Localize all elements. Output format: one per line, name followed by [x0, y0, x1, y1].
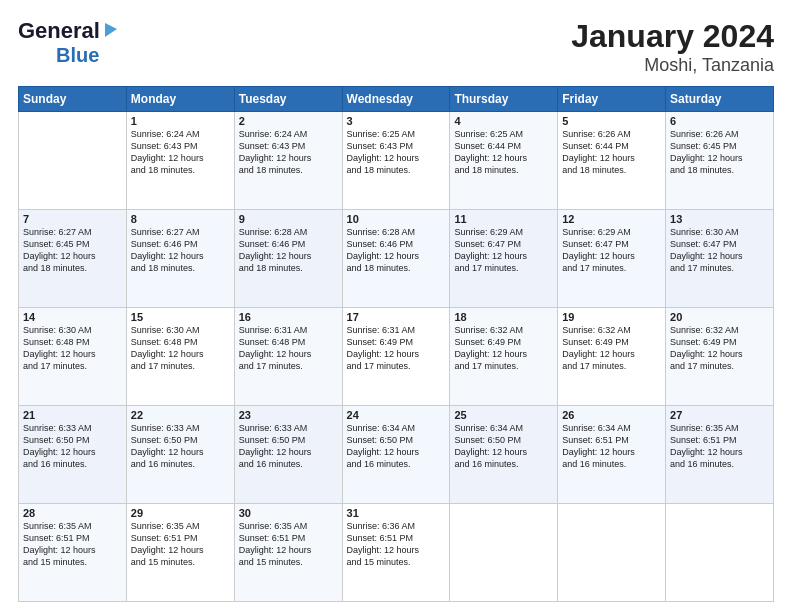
day-number: 16	[239, 311, 338, 323]
table-row: 25Sunrise: 6:34 AM Sunset: 6:50 PM Dayli…	[450, 406, 558, 504]
table-row	[666, 504, 774, 602]
day-info: Sunrise: 6:35 AM Sunset: 6:51 PM Dayligh…	[239, 520, 338, 569]
calendar-header-row: Sunday Monday Tuesday Wednesday Thursday…	[19, 87, 774, 112]
day-info: Sunrise: 6:33 AM Sunset: 6:50 PM Dayligh…	[131, 422, 230, 471]
table-row: 7Sunrise: 6:27 AM Sunset: 6:45 PM Daylig…	[19, 210, 127, 308]
day-info: Sunrise: 6:25 AM Sunset: 6:44 PM Dayligh…	[454, 128, 553, 177]
calendar-week-row: 7Sunrise: 6:27 AM Sunset: 6:45 PM Daylig…	[19, 210, 774, 308]
table-row: 19Sunrise: 6:32 AM Sunset: 6:49 PM Dayli…	[558, 308, 666, 406]
calendar-week-row: 1Sunrise: 6:24 AM Sunset: 6:43 PM Daylig…	[19, 112, 774, 210]
day-number: 31	[347, 507, 446, 519]
col-thursday: Thursday	[450, 87, 558, 112]
day-number: 27	[670, 409, 769, 421]
day-number: 17	[347, 311, 446, 323]
day-number: 8	[131, 213, 230, 225]
day-info: Sunrise: 6:36 AM Sunset: 6:51 PM Dayligh…	[347, 520, 446, 569]
table-row	[450, 504, 558, 602]
day-info: Sunrise: 6:24 AM Sunset: 6:43 PM Dayligh…	[239, 128, 338, 177]
day-number: 11	[454, 213, 553, 225]
table-row: 30Sunrise: 6:35 AM Sunset: 6:51 PM Dayli…	[234, 504, 342, 602]
day-info: Sunrise: 6:30 AM Sunset: 6:48 PM Dayligh…	[131, 324, 230, 373]
table-row: 8Sunrise: 6:27 AM Sunset: 6:46 PM Daylig…	[126, 210, 234, 308]
day-number: 6	[670, 115, 769, 127]
table-row: 5Sunrise: 6:26 AM Sunset: 6:44 PM Daylig…	[558, 112, 666, 210]
day-number: 19	[562, 311, 661, 323]
col-sunday: Sunday	[19, 87, 127, 112]
day-number: 5	[562, 115, 661, 127]
logo: General Blue	[18, 18, 121, 67]
table-row: 4Sunrise: 6:25 AM Sunset: 6:44 PM Daylig…	[450, 112, 558, 210]
table-row: 22Sunrise: 6:33 AM Sunset: 6:50 PM Dayli…	[126, 406, 234, 504]
col-monday: Monday	[126, 87, 234, 112]
calendar-week-row: 21Sunrise: 6:33 AM Sunset: 6:50 PM Dayli…	[19, 406, 774, 504]
table-row: 21Sunrise: 6:33 AM Sunset: 6:50 PM Dayli…	[19, 406, 127, 504]
calendar-table: Sunday Monday Tuesday Wednesday Thursday…	[18, 86, 774, 602]
table-row: 3Sunrise: 6:25 AM Sunset: 6:43 PM Daylig…	[342, 112, 450, 210]
title-block: January 2024 Moshi, Tanzania	[571, 18, 774, 76]
day-info: Sunrise: 6:32 AM Sunset: 6:49 PM Dayligh…	[454, 324, 553, 373]
day-number: 1	[131, 115, 230, 127]
day-info: Sunrise: 6:24 AM Sunset: 6:43 PM Dayligh…	[131, 128, 230, 177]
day-number: 15	[131, 311, 230, 323]
day-info: Sunrise: 6:35 AM Sunset: 6:51 PM Dayligh…	[23, 520, 122, 569]
table-row: 1Sunrise: 6:24 AM Sunset: 6:43 PM Daylig…	[126, 112, 234, 210]
table-row: 11Sunrise: 6:29 AM Sunset: 6:47 PM Dayli…	[450, 210, 558, 308]
col-tuesday: Tuesday	[234, 87, 342, 112]
table-row: 23Sunrise: 6:33 AM Sunset: 6:50 PM Dayli…	[234, 406, 342, 504]
day-info: Sunrise: 6:35 AM Sunset: 6:51 PM Dayligh…	[670, 422, 769, 471]
day-number: 10	[347, 213, 446, 225]
header: General Blue January 2024 Moshi, Tanzani…	[18, 18, 774, 76]
day-info: Sunrise: 6:28 AM Sunset: 6:46 PM Dayligh…	[239, 226, 338, 275]
calendar-week-row: 28Sunrise: 6:35 AM Sunset: 6:51 PM Dayli…	[19, 504, 774, 602]
table-row: 2Sunrise: 6:24 AM Sunset: 6:43 PM Daylig…	[234, 112, 342, 210]
table-row: 26Sunrise: 6:34 AM Sunset: 6:51 PM Dayli…	[558, 406, 666, 504]
table-row: 17Sunrise: 6:31 AM Sunset: 6:49 PM Dayli…	[342, 308, 450, 406]
table-row: 24Sunrise: 6:34 AM Sunset: 6:50 PM Dayli…	[342, 406, 450, 504]
day-info: Sunrise: 6:31 AM Sunset: 6:48 PM Dayligh…	[239, 324, 338, 373]
day-number: 9	[239, 213, 338, 225]
table-row: 12Sunrise: 6:29 AM Sunset: 6:47 PM Dayli…	[558, 210, 666, 308]
day-number: 3	[347, 115, 446, 127]
day-number: 12	[562, 213, 661, 225]
day-number: 13	[670, 213, 769, 225]
day-number: 14	[23, 311, 122, 323]
day-number: 7	[23, 213, 122, 225]
svg-marker-0	[105, 23, 117, 37]
col-saturday: Saturday	[666, 87, 774, 112]
day-info: Sunrise: 6:35 AM Sunset: 6:51 PM Dayligh…	[131, 520, 230, 569]
table-row	[19, 112, 127, 210]
table-row: 13Sunrise: 6:30 AM Sunset: 6:47 PM Dayli…	[666, 210, 774, 308]
col-friday: Friday	[558, 87, 666, 112]
page-subtitle: Moshi, Tanzania	[571, 55, 774, 76]
table-row: 28Sunrise: 6:35 AM Sunset: 6:51 PM Dayli…	[19, 504, 127, 602]
day-number: 28	[23, 507, 122, 519]
table-row: 15Sunrise: 6:30 AM Sunset: 6:48 PM Dayli…	[126, 308, 234, 406]
day-info: Sunrise: 6:26 AM Sunset: 6:45 PM Dayligh…	[670, 128, 769, 177]
day-number: 18	[454, 311, 553, 323]
day-number: 25	[454, 409, 553, 421]
day-info: Sunrise: 6:27 AM Sunset: 6:45 PM Dayligh…	[23, 226, 122, 275]
day-number: 20	[670, 311, 769, 323]
day-number: 30	[239, 507, 338, 519]
page: General Blue January 2024 Moshi, Tanzani…	[0, 0, 792, 612]
day-info: Sunrise: 6:30 AM Sunset: 6:47 PM Dayligh…	[670, 226, 769, 275]
day-number: 2	[239, 115, 338, 127]
day-number: 21	[23, 409, 122, 421]
table-row: 10Sunrise: 6:28 AM Sunset: 6:46 PM Dayli…	[342, 210, 450, 308]
day-info: Sunrise: 6:30 AM Sunset: 6:48 PM Dayligh…	[23, 324, 122, 373]
day-info: Sunrise: 6:26 AM Sunset: 6:44 PM Dayligh…	[562, 128, 661, 177]
logo-blue: Blue	[56, 44, 99, 67]
day-number: 4	[454, 115, 553, 127]
table-row: 29Sunrise: 6:35 AM Sunset: 6:51 PM Dayli…	[126, 504, 234, 602]
day-info: Sunrise: 6:33 AM Sunset: 6:50 PM Dayligh…	[239, 422, 338, 471]
table-row: 14Sunrise: 6:30 AM Sunset: 6:48 PM Dayli…	[19, 308, 127, 406]
table-row: 6Sunrise: 6:26 AM Sunset: 6:45 PM Daylig…	[666, 112, 774, 210]
table-row: 9Sunrise: 6:28 AM Sunset: 6:46 PM Daylig…	[234, 210, 342, 308]
table-row: 20Sunrise: 6:32 AM Sunset: 6:49 PM Dayli…	[666, 308, 774, 406]
day-info: Sunrise: 6:27 AM Sunset: 6:46 PM Dayligh…	[131, 226, 230, 275]
table-row	[558, 504, 666, 602]
day-number: 24	[347, 409, 446, 421]
day-info: Sunrise: 6:25 AM Sunset: 6:43 PM Dayligh…	[347, 128, 446, 177]
day-info: Sunrise: 6:34 AM Sunset: 6:50 PM Dayligh…	[454, 422, 553, 471]
day-info: Sunrise: 6:34 AM Sunset: 6:51 PM Dayligh…	[562, 422, 661, 471]
